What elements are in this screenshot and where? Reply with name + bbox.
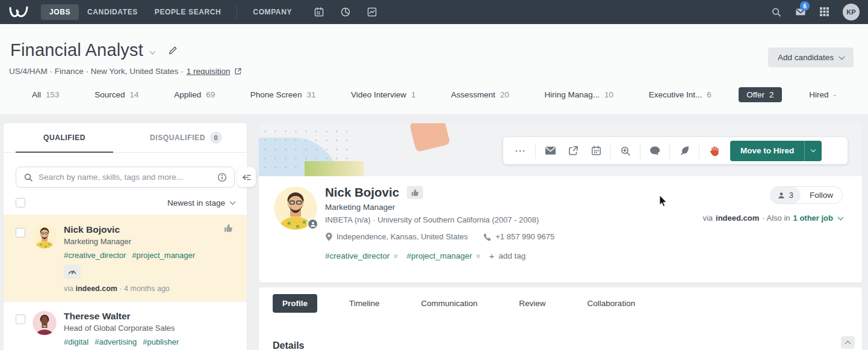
tab-profile[interactable]: Profile (273, 294, 317, 313)
followers-chip[interactable]: 3 (770, 187, 801, 203)
page-title: Financial Analyst (10, 40, 143, 60)
stage-tab-hired[interactable]: Hired- (801, 87, 844, 102)
comment-bubble-icon[interactable] (643, 142, 666, 160)
tab-collaboration[interactable]: Collaboration (578, 294, 645, 313)
mail-icon[interactable]: 6 (795, 7, 806, 17)
mail-unread-badge: 6 (800, 1, 810, 11)
select-all-checkbox[interactable] (16, 198, 25, 207)
candidate-name[interactable]: Nick Bojovic (64, 224, 235, 235)
profile-phone-text: +1 857 990 9675 (495, 232, 554, 241)
profile-section-tabs: Profile Timeline Communication Review Co… (259, 287, 862, 313)
candidate-avatar (33, 311, 57, 335)
candidate-search-box (16, 167, 235, 188)
thumbs-up-rating-icon[interactable] (407, 186, 423, 199)
evaluation-pen-icon[interactable] (673, 142, 696, 160)
candidate-tag[interactable]: #project_manager (132, 251, 195, 260)
sort-label: Newest in stage (167, 198, 225, 207)
candidate-checkbox[interactable] (16, 228, 25, 238)
review-magnifier-icon[interactable] (614, 142, 637, 160)
candidate-name[interactable]: Therese Walter (64, 311, 235, 322)
tab-review[interactable]: Review (509, 294, 555, 313)
nav-item-jobs[interactable]: JOBS (41, 4, 79, 20)
requisition-link[interactable]: 1 requisition (187, 67, 231, 76)
disqualified-count-badge: 0 (210, 132, 222, 144)
add-candidates-button[interactable]: Add candidates (768, 48, 854, 67)
add-candidates-label: Add candidates (778, 53, 834, 62)
candidate-list-item-therese-walter[interactable]: Therese Walter Head of Global Corporate … (4, 301, 247, 350)
more-actions-icon[interactable]: ⋯ (509, 142, 532, 160)
reports-chart-icon[interactable] (367, 7, 377, 17)
job-switcher-chevron-down-icon[interactable] (150, 49, 156, 55)
stage-tab-hiring-manager[interactable]: Hiring Manag...10 (536, 87, 621, 102)
external-link-icon[interactable] (234, 67, 242, 75)
pie-chart-icon[interactable] (340, 7, 351, 17)
edit-job-pencil-icon[interactable] (168, 46, 178, 55)
remove-tag-icon[interactable]: × (393, 251, 398, 261)
nav-right-cluster: 6 KP (764, 4, 860, 20)
schedule-interview-calendar-icon[interactable] (584, 142, 607, 160)
candidate-tag[interactable]: #creative_director (64, 251, 126, 260)
add-tag-label: add tag (498, 251, 525, 260)
nav-item-company[interactable]: COMPANY (244, 4, 300, 20)
candidate-detail-card: Profile Timeline Communication Review Co… (259, 287, 862, 350)
chevron-down-icon (230, 199, 236, 205)
tab-communication[interactable]: Communication (412, 294, 488, 313)
profile-tag[interactable]: #creative_director× (325, 251, 398, 261)
candidate-action-toolbar: ⋯ (503, 137, 848, 164)
phone-icon (483, 233, 492, 241)
tab-qualified[interactable]: QUALIFIED (4, 123, 125, 152)
user-avatar[interactable]: KP (843, 4, 860, 20)
info-icon[interactable] (217, 173, 227, 182)
follow-button[interactable]: Follow (801, 191, 842, 200)
nav-item-people-search[interactable]: PEOPLE SEARCH (146, 4, 230, 20)
remove-tag-icon[interactable]: × (476, 251, 480, 261)
workable-logo-icon[interactable] (8, 4, 30, 20)
other-jobs-link[interactable]: 1 other job (793, 213, 833, 223)
profile-tag[interactable]: #project_manager× (407, 251, 481, 261)
sort-dropdown[interactable]: Newest in stage (167, 198, 235, 207)
linked-profile-badge-icon (307, 218, 318, 230)
profile-job-title: Marketing Manager (325, 203, 554, 212)
search-icon (23, 173, 33, 182)
add-tag-button[interactable]: + add tag (489, 251, 526, 261)
tab-disqualified-label: DISQUALIFIED (150, 134, 205, 142)
profile-phone: +1 857 990 9675 (483, 232, 554, 241)
thumbs-up-icon[interactable] (224, 224, 234, 233)
stage-tab-applied[interactable]: Applied69 (166, 87, 223, 102)
stage-tab-offer[interactable]: Offer2 (739, 87, 781, 102)
pipeline-stage-tabs: All153 Sourced14 Applied69 Phone Screen3… (24, 86, 844, 103)
candidate-source: via indeed.com · 4 months ago (64, 284, 235, 293)
stage-tab-all[interactable]: All153 (24, 87, 67, 102)
calendar-icon[interactable] (314, 7, 324, 17)
candidate-tag[interactable]: #publisher (143, 337, 179, 346)
move-to-hired-button[interactable]: Move to Hired (730, 141, 822, 161)
stage-tab-executive-interview[interactable]: Executive Int...6 (641, 87, 719, 102)
nav-item-candidates[interactable]: CANDIDATES (79, 4, 146, 20)
tab-disqualified[interactable]: DISQUALIFIED 0 (125, 123, 247, 152)
scroll-to-top-button[interactable] (841, 336, 855, 349)
disqualify-hand-icon[interactable] (702, 142, 725, 160)
move-stage-chevron-down-icon[interactable] (804, 141, 822, 161)
copy-to-job-icon[interactable] (562, 142, 584, 160)
stage-tab-sourced[interactable]: Sourced14 (87, 87, 146, 102)
collapse-filters-button[interactable] (237, 167, 256, 187)
stage-tab-video-interview[interactable]: Video Interview1 (343, 87, 424, 102)
assessment-gauge-icon[interactable] (64, 265, 81, 279)
stage-tab-phone-screen[interactable]: Phone Screen31 (243, 87, 324, 102)
candidate-tag[interactable]: #advertising (95, 337, 137, 346)
job-meta: US/4/HAM · Finance · New York, United St… (9, 67, 242, 76)
candidate-profile-card: ⋯ (259, 123, 862, 283)
stage-tab-assessment[interactable]: Assessment20 (443, 87, 517, 102)
candidate-list-item-nick-bojovic[interactable]: Nick Bojovic Marketing Manager #creative… (4, 215, 247, 301)
candidate-title: Marketing Manager (64, 237, 235, 246)
apps-grid-icon[interactable] (819, 7, 830, 17)
plus-icon: + (489, 251, 495, 261)
candidate-search-input[interactable] (39, 173, 212, 182)
chevron-down-icon[interactable] (838, 214, 844, 220)
search-icon[interactable] (771, 7, 782, 17)
follow-control[interactable]: 3 Follow (770, 186, 843, 204)
candidate-checkbox[interactable] (16, 315, 25, 324)
send-email-icon[interactable] (539, 142, 562, 160)
tab-timeline[interactable]: Timeline (339, 294, 389, 313)
candidate-tag[interactable]: #digital (64, 337, 88, 346)
